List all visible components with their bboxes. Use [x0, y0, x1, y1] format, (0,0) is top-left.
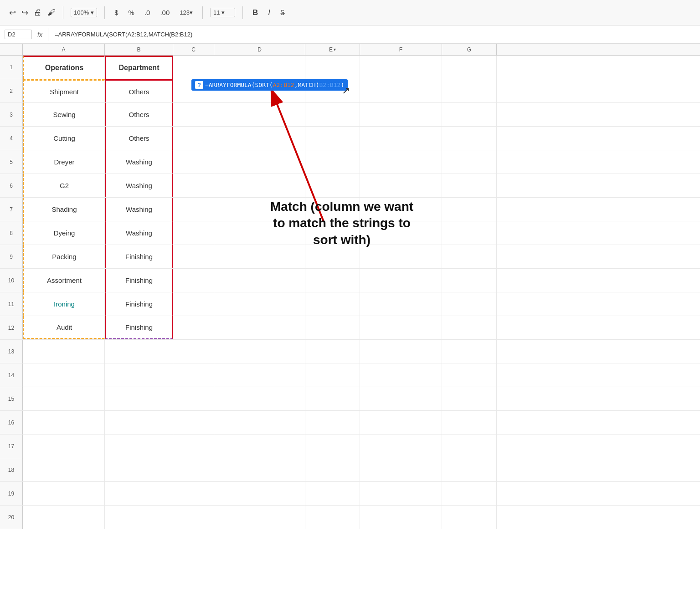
cell-f20[interactable] — [360, 506, 442, 529]
cell-b8[interactable]: Washing — [105, 221, 173, 245]
format-number-button[interactable]: 123▾ — [177, 8, 195, 17]
cell-a14[interactable] — [23, 363, 105, 387]
cell-a16[interactable] — [23, 411, 105, 434]
cell-a10[interactable]: Assortment — [23, 269, 105, 292]
print-icon[interactable]: 🖨 — [34, 8, 42, 17]
cell-d17[interactable] — [214, 434, 305, 458]
bold-button[interactable]: B — [250, 7, 260, 18]
cell-g7[interactable] — [442, 198, 497, 221]
cell-g1[interactable] — [442, 56, 497, 79]
col-header-c[interactable]: C — [173, 44, 214, 55]
cell-b14[interactable] — [105, 363, 173, 387]
cell-d4[interactable] — [214, 127, 305, 150]
cell-e20[interactable] — [305, 506, 360, 529]
cell-d16[interactable] — [214, 411, 305, 434]
italic-button[interactable]: I — [266, 7, 273, 18]
cell-e12[interactable] — [305, 316, 360, 339]
cell-f10[interactable] — [360, 269, 442, 292]
cell-c7[interactable] — [173, 198, 214, 221]
zoom-control[interactable]: 100% ▾ — [71, 8, 97, 17]
cell-c14[interactable] — [173, 363, 214, 387]
col-header-g[interactable]: G — [442, 44, 497, 55]
cell-a17[interactable] — [23, 434, 105, 458]
cell-a4[interactable]: Cutting — [23, 127, 105, 150]
cell-b5[interactable]: Washing — [105, 150, 173, 174]
cell-d6[interactable] — [214, 174, 305, 197]
cell-g18[interactable] — [442, 458, 497, 481]
cell-f19[interactable] — [360, 482, 442, 505]
cell-e1[interactable] — [305, 56, 360, 79]
col-header-f[interactable]: F — [360, 44, 442, 55]
cell-g16[interactable] — [442, 411, 497, 434]
cell-b6[interactable]: Washing — [105, 174, 173, 197]
cell-a11[interactable]: Ironing — [23, 292, 105, 316]
cell-b9[interactable]: Finishing — [105, 245, 173, 268]
cell-f6[interactable] — [360, 174, 442, 197]
cell-f15[interactable] — [360, 387, 442, 410]
cell-e16[interactable] — [305, 411, 360, 434]
cell-c20[interactable] — [173, 506, 214, 529]
strikethrough-button[interactable]: S̶ — [278, 8, 287, 18]
cell-a6[interactable]: G2 — [23, 174, 105, 197]
cell-g4[interactable] — [442, 127, 497, 150]
cell-e11[interactable] — [305, 292, 360, 316]
cell-f11[interactable] — [360, 292, 442, 316]
cell-e10[interactable] — [305, 269, 360, 292]
cell-d15[interactable] — [214, 387, 305, 410]
cell-a7[interactable]: Shading — [23, 198, 105, 221]
cell-f9[interactable] — [360, 245, 442, 268]
cell-c16[interactable] — [173, 411, 214, 434]
col-header-e[interactable]: E ▾ — [305, 44, 360, 55]
cell-e19[interactable] — [305, 482, 360, 505]
cell-d11[interactable] — [214, 292, 305, 316]
cell-c10[interactable] — [173, 269, 214, 292]
cell-b17[interactable] — [105, 434, 173, 458]
cell-c4[interactable] — [173, 127, 214, 150]
cell-c11[interactable] — [173, 292, 214, 316]
cell-b10[interactable]: Finishing — [105, 269, 173, 292]
cell-a3[interactable]: Sewing — [23, 103, 105, 126]
cell-b7[interactable]: Washing — [105, 198, 173, 221]
cell-c12[interactable] — [173, 316, 214, 339]
col-e-dropdown-icon[interactable]: ▾ — [334, 47, 336, 52]
undo-icon[interactable]: ↩ — [9, 8, 16, 18]
cell-g20[interactable] — [442, 506, 497, 529]
cell-g9[interactable] — [442, 245, 497, 268]
cell-e9[interactable] — [305, 245, 360, 268]
decimal-less-button[interactable]: .00 — [158, 8, 172, 17]
cell-e15[interactable] — [305, 387, 360, 410]
cell-b13[interactable] — [105, 340, 173, 363]
col-header-a[interactable]: A — [23, 44, 105, 55]
formula-input[interactable]: =ARRAYFORMULA(SORT(A2:B12,MATCH(B2:B12) — [52, 30, 695, 39]
currency-button[interactable]: $ — [112, 8, 120, 17]
cell-b11[interactable]: Finishing — [105, 292, 173, 316]
cell-f12[interactable] — [360, 316, 442, 339]
cell-a13[interactable] — [23, 340, 105, 363]
cell-c13[interactable] — [173, 340, 214, 363]
cell-c15[interactable] — [173, 387, 214, 410]
cell-d3[interactable] — [214, 103, 305, 126]
cell-f2[interactable] — [360, 79, 442, 102]
cell-f17[interactable] — [360, 434, 442, 458]
cell-e4[interactable] — [305, 127, 360, 150]
cell-e6[interactable] — [305, 174, 360, 197]
cell-f18[interactable] — [360, 458, 442, 481]
font-size-control[interactable]: 11 ▾ — [210, 8, 235, 17]
cell-g10[interactable] — [442, 269, 497, 292]
cell-a2[interactable]: Shipment — [23, 79, 105, 102]
cell-b20[interactable] — [105, 506, 173, 529]
cell-e3[interactable] — [305, 103, 360, 126]
cell-e18[interactable] — [305, 458, 360, 481]
cell-d19[interactable] — [214, 482, 305, 505]
cell-g19[interactable] — [442, 482, 497, 505]
cell-d9[interactable] — [214, 245, 305, 268]
col-header-b[interactable]: B — [105, 44, 173, 55]
cell-c17[interactable] — [173, 434, 214, 458]
cell-b18[interactable] — [105, 458, 173, 481]
cell-a1[interactable]: Operations — [23, 56, 105, 79]
cell-g8[interactable] — [442, 221, 497, 245]
cell-c3[interactable] — [173, 103, 214, 126]
col-header-d[interactable]: D — [214, 44, 305, 55]
cell-d10[interactable] — [214, 269, 305, 292]
cell-g3[interactable] — [442, 103, 497, 126]
